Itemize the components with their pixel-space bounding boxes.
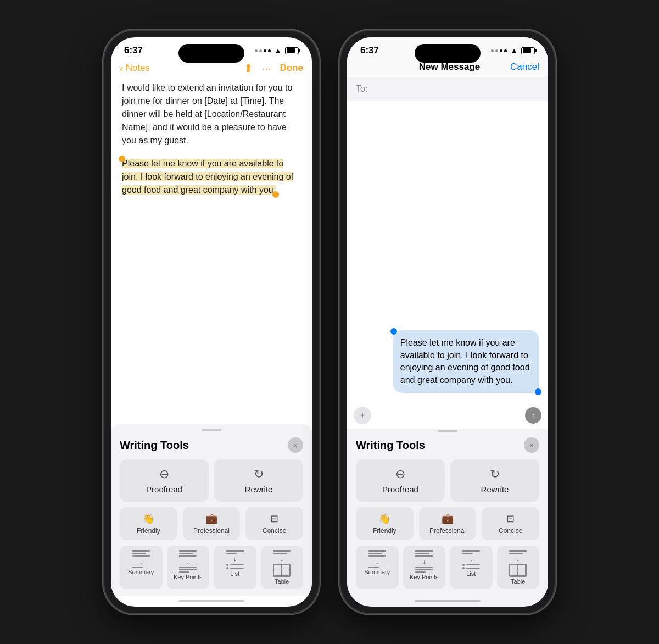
panel-header-2: Writing Tools × [356, 437, 539, 453]
s-line2 [368, 553, 383, 554]
selection-handle-end[interactable] [272, 191, 279, 198]
rewrite-button-2[interactable]: ↻ Rewrite [450, 459, 539, 502]
professional-button-1[interactable]: 💼 Professional [183, 507, 241, 540]
dot3-2 [500, 49, 502, 52]
friendly-label-1: Friendly [137, 527, 160, 535]
dot2 [259, 49, 262, 52]
concise-label-2: Concise [499, 527, 522, 535]
list-row1-2 [462, 564, 480, 566]
done-button[interactable]: Done [280, 63, 304, 74]
table-button-1[interactable]: ↓ Table [261, 546, 304, 589]
notes-back-button[interactable]: ‹ Notes [120, 62, 150, 75]
rewrite-label-2: Rewrite [481, 485, 509, 494]
proofread-button-2[interactable]: ⊖ Proofread [356, 459, 445, 502]
tools-grid-mid-2: 👋 Friendly 💼 Professional ⊟ Concise [356, 507, 539, 540]
table-label-1: Table [275, 578, 289, 585]
wifi-icon-2: ▲ [510, 46, 518, 55]
key-points-icon-bottom-2 [415, 567, 433, 573]
k-line3 [415, 555, 433, 557]
panel-close-button-1[interactable]: × [288, 437, 303, 453]
key-points-button-1[interactable]: ↓ Key Points [167, 546, 210, 589]
notes-back-label: Notes [126, 63, 150, 74]
status-bar-1: 6:37 ▲ [111, 37, 312, 59]
panel-close-button-2[interactable]: × [524, 437, 539, 453]
battery-fill-1 [287, 48, 295, 53]
line9 [179, 569, 197, 570]
list-button-2[interactable]: ↓ List [450, 546, 493, 589]
notes-actions: ⬆ ··· Done [244, 62, 303, 75]
more-icon[interactable]: ··· [262, 62, 271, 75]
summary-label-2: Summary [364, 569, 390, 575]
summary-icon-bottom-2 [368, 567, 386, 568]
k-line2 [415, 553, 429, 554]
key-points-arrow-1: ↓ [187, 558, 190, 565]
summary-icon-1 [132, 550, 150, 557]
messages-nav-title: New Message [419, 62, 481, 73]
table-label-2: Table [511, 578, 525, 585]
message-bubble[interactable]: Please let me know if you are available … [393, 330, 539, 393]
list-icon-bottom-2 [462, 564, 480, 569]
tools-grid-bottom-2: ↓ Summary ↓ [356, 546, 539, 589]
proofread-label-1: Proofread [146, 485, 182, 494]
dynamic-island-1 [178, 44, 244, 63]
line10 [179, 571, 189, 573]
tools-grid-mid-1: 👋 Friendly 💼 Professional ⊟ Concise [120, 507, 303, 540]
tc4-2 [518, 570, 526, 576]
send-arrow-icon: ↑ [532, 411, 535, 420]
professional-icon-1: 💼 [205, 513, 217, 525]
proofread-icon-1: ⊖ [159, 467, 169, 481]
key-points-button-2[interactable]: ↓ Key Points [403, 546, 446, 589]
add-attachment-button[interactable]: + [354, 407, 371, 424]
list-icon-bottom-1 [226, 564, 244, 569]
proofread-button-1[interactable]: ⊖ Proofread [120, 459, 209, 502]
summary-label-1: Summary [128, 569, 154, 575]
concise-icon-2: ⊟ [506, 513, 515, 525]
friendly-button-2[interactable]: 👋 Friendly [356, 507, 414, 540]
list-label-2: List [466, 570, 476, 577]
status-bar-2: 6:37 ▲ [347, 37, 548, 59]
concise-button-2[interactable]: ⊟ Concise [482, 507, 539, 540]
message-body: Please let me know if you are available … [347, 101, 548, 402]
msg-selection-handle-start[interactable] [390, 328, 397, 335]
professional-label-1: Professional [193, 527, 230, 535]
home-bar-2 [415, 600, 481, 602]
professional-label-2: Professional [429, 527, 466, 535]
selection-handle-start[interactable] [119, 156, 125, 162]
phone-2: 6:37 ▲ New Message Cancel [340, 31, 555, 613]
professional-button-2[interactable]: 💼 Professional [419, 507, 477, 540]
writing-tools-panel-1: Writing Tools × ⊖ Proofread ↻ Rewrite [111, 424, 312, 596]
msg-selection-handle-end[interactable] [535, 388, 541, 395]
summary-button-1[interactable]: ↓ Summary [120, 546, 163, 589]
list-button-1[interactable]: ↓ List [214, 546, 256, 589]
table-button-2[interactable]: ↓ Table [497, 546, 540, 589]
send-button[interactable]: ↑ [525, 407, 541, 424]
line8 [179, 567, 197, 568]
key-points-label-2: Key Points [410, 574, 439, 580]
notes-highlighted-text[interactable]: Please let me know if you are available … [122, 159, 293, 195]
key-points-icon-1 [179, 550, 197, 557]
message-input-bar: + ↑ [347, 402, 548, 429]
dot4 [268, 49, 271, 52]
line11 [226, 550, 244, 552]
list-arrow-2: ↓ [470, 556, 473, 562]
summary-icon-bottom-1 [132, 567, 150, 568]
notes-content: I would like to extend an invitation for… [111, 79, 312, 424]
to-field[interactable]: To: [347, 77, 548, 101]
share-icon[interactable]: ⬆ [244, 62, 253, 75]
rewrite-button-1[interactable]: ↻ Rewrite [214, 459, 303, 502]
t-line1 [509, 550, 527, 552]
s-line3 [368, 555, 386, 557]
concise-icon-1: ⊟ [270, 513, 278, 525]
concise-button-1[interactable]: ⊟ Concise [245, 507, 303, 540]
friendly-button-1[interactable]: 👋 Friendly [120, 507, 177, 540]
status-time-1: 6:37 [124, 45, 143, 56]
list-line2 [230, 568, 244, 569]
dot3 [264, 49, 266, 52]
battery-icon-2 [521, 47, 535, 54]
chevron-left-icon: ‹ [120, 62, 124, 75]
status-icons-2: ▲ [491, 46, 535, 55]
cancel-button[interactable]: Cancel [510, 62, 539, 73]
list-row2-2 [462, 567, 480, 569]
summary-button-2[interactable]: ↓ Summary [356, 546, 399, 589]
table-arrow-2: ↓ [517, 556, 520, 562]
